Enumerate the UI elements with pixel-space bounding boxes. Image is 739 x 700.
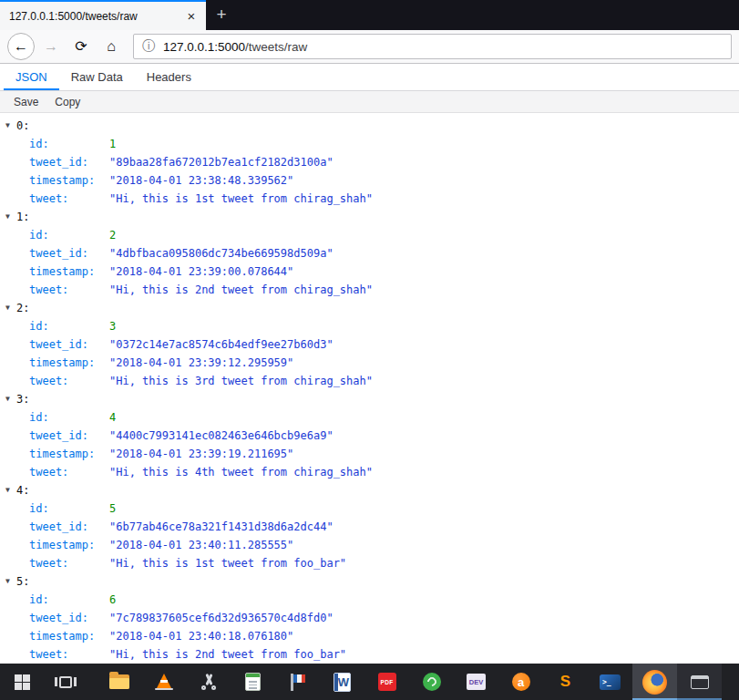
- json-value: "Hi, this is 2nd tweet from foo_bar": [109, 645, 346, 664]
- json-key: timestamp:: [29, 262, 109, 281]
- sublime-glyph: S: [560, 673, 570, 690]
- notepad-icon: [245, 673, 261, 691]
- tab-title: 127.0.0.1:5000/tweets/raw: [9, 10, 182, 23]
- taskbar-vlc[interactable]: [141, 664, 186, 700]
- taskbar-sublime-text[interactable]: S: [543, 664, 588, 700]
- json-key: tweet_id:: [29, 153, 109, 171]
- json-property-row: tweet:"Hi, this is 3rd tweet from chirag…: [0, 372, 739, 390]
- json-property-row: timestamp:"2018-04-01 23:40:18.076180": [0, 627, 739, 645]
- taskbar-app-window[interactable]: [677, 664, 722, 700]
- json-key: id:: [29, 499, 109, 518]
- json-value: "2018-04-01 23:39:19.211695": [109, 445, 293, 463]
- json-node-row[interactable]: ▼5:: [0, 572, 739, 591]
- json-property-row: timestamp:"2018-04-01 23:38:48.339562": [0, 171, 739, 190]
- url-bar[interactable]: ⓘ 127.0.0.1:5000/tweets/raw: [133, 34, 732, 59]
- json-key: tweet:: [29, 372, 109, 390]
- json-value: "89baa28fa672012b7ea1cf2182d3100a": [109, 153, 334, 171]
- browser-tab-strip: 127.0.0.1:5000/tweets/raw × +: [0, 0, 739, 30]
- browser-window: 127.0.0.1:5000/tweets/raw × + ← → ⟳ ⌂ ⓘ …: [0, 0, 739, 700]
- task-view-icon: [55, 676, 77, 688]
- url-text[interactable]: 127.0.0.1:5000/tweets/raw: [163, 40, 307, 54]
- site-info-icon[interactable]: ⓘ: [142, 38, 155, 55]
- copy-button[interactable]: Copy: [46, 91, 88, 113]
- vlc-cone-icon: [157, 674, 171, 688]
- pdf-glyph: PDF: [381, 679, 394, 685]
- json-node-row[interactable]: ▼3:: [0, 390, 739, 408]
- tab-headers[interactable]: Headers: [135, 64, 203, 90]
- json-node-label: 3:: [16, 390, 29, 408]
- json-property-row: tweet:"Hi, this is 2nd tweet from chirag…: [0, 281, 739, 299]
- taskbar-flag-app[interactable]: [275, 664, 320, 700]
- green-circle-icon: [423, 673, 441, 691]
- json-property-row: timestamp:"2018-04-01 23:39:19.211695": [0, 445, 739, 463]
- dev-glyph: DEV: [469, 678, 483, 686]
- url-path: /tweets/raw: [245, 40, 307, 54]
- tab-raw-data[interactable]: Raw Data: [59, 64, 135, 90]
- home-button[interactable]: ⌂: [98, 33, 125, 60]
- json-key: id:: [29, 408, 109, 427]
- avast-glyph: a: [518, 676, 524, 688]
- taskbar-word[interactable]: W: [320, 664, 364, 700]
- json-viewer-tabs: JSON Raw Data Headers: [0, 64, 739, 91]
- tab-close-icon[interactable]: ×: [182, 7, 200, 26]
- reload-button[interactable]: ⟳: [67, 33, 95, 60]
- json-key: tweet_id:: [29, 335, 109, 354]
- json-node-label: 5:: [16, 572, 29, 591]
- json-value: 6: [109, 591, 116, 609]
- taskbar-spacer: [87, 664, 97, 700]
- json-node-row[interactable]: ▼4:: [0, 481, 739, 499]
- taskbar-avast[interactable]: a: [498, 664, 543, 700]
- taskbar-dev-cpp[interactable]: DEV: [454, 664, 498, 700]
- start-button[interactable]: [0, 664, 44, 700]
- collapse-arrow-icon[interactable]: ▼: [5, 390, 16, 408]
- collapse-arrow-icon[interactable]: ▼: [5, 572, 16, 591]
- json-viewer-toolbar: Save Copy: [0, 91, 739, 113]
- pdf-icon: PDF: [378, 673, 396, 691]
- sublime-text-icon: S: [560, 673, 570, 691]
- json-key: id:: [29, 317, 109, 335]
- json-node-label: 1:: [16, 208, 29, 226]
- json-key: tweet_id:: [29, 244, 109, 262]
- json-node-row[interactable]: ▼0:: [0, 117, 739, 135]
- firefox-icon: [642, 670, 667, 695]
- taskbar-file-explorer[interactable]: [97, 664, 141, 700]
- new-tab-button[interactable]: +: [206, 0, 237, 30]
- task-view-button[interactable]: [44, 664, 87, 700]
- collapse-arrow-icon[interactable]: ▼: [5, 299, 16, 317]
- taskbar-notepad[interactable]: [231, 664, 275, 700]
- json-node-row[interactable]: ▼2:: [0, 299, 739, 317]
- json-property-row: tweet:"Hi, this is 1st tweet from foo_ba…: [0, 554, 739, 572]
- dev-cpp-icon: DEV: [467, 674, 486, 690]
- taskbar-powershell[interactable]: >_: [588, 664, 632, 700]
- back-button[interactable]: ←: [7, 33, 35, 60]
- json-property-row: timestamp:"2018-04-01 23:39:12.295959": [0, 354, 739, 372]
- json-value: "Hi, this is 1st tweet from chirag_shah": [109, 190, 373, 208]
- taskbar-pdf-reader[interactable]: PDF: [364, 664, 409, 700]
- json-key: tweet_id:: [29, 609, 109, 627]
- windows-taskbar: W PDF DEV a S >_: [0, 664, 739, 700]
- json-key: id:: [29, 591, 109, 609]
- json-property-row: tweet_id:"89baa28fa672012b7ea1cf2182d310…: [0, 153, 739, 171]
- json-key: timestamp:: [29, 171, 109, 190]
- json-property-row: id:4: [0, 408, 739, 427]
- json-value: "Hi, this is 4th tweet from chirag_shah": [109, 463, 373, 481]
- taskbar-green-app[interactable]: [409, 664, 454, 700]
- json-node-row[interactable]: ▼1:: [0, 208, 739, 226]
- json-property-row: tweet:"Hi, this is 1st tweet from chirag…: [0, 190, 739, 208]
- json-property-row: tweet_id:"4400c7993141ec082463e646bcb9e6…: [0, 427, 739, 445]
- scissors-icon: [200, 673, 218, 691]
- forward-button[interactable]: →: [37, 33, 65, 60]
- tab-json[interactable]: JSON: [4, 64, 59, 90]
- collapse-arrow-icon[interactable]: ▼: [5, 481, 16, 499]
- json-value: "2018-04-01 23:38:48.339562": [109, 171, 293, 190]
- json-value: "Hi, this is 3rd tweet from chirag_shah": [109, 372, 373, 390]
- browser-tab[interactable]: 127.0.0.1:5000/tweets/raw ×: [0, 0, 206, 30]
- json-value: 1: [109, 135, 116, 153]
- taskbar-snipping-tool[interactable]: [186, 664, 231, 700]
- json-key: timestamp:: [29, 445, 109, 463]
- taskbar-firefox[interactable]: [632, 664, 677, 700]
- windows-logo-icon: [15, 674, 30, 690]
- collapse-arrow-icon[interactable]: ▼: [5, 208, 16, 226]
- collapse-arrow-icon[interactable]: ▼: [5, 117, 16, 135]
- save-button[interactable]: Save: [5, 91, 46, 113]
